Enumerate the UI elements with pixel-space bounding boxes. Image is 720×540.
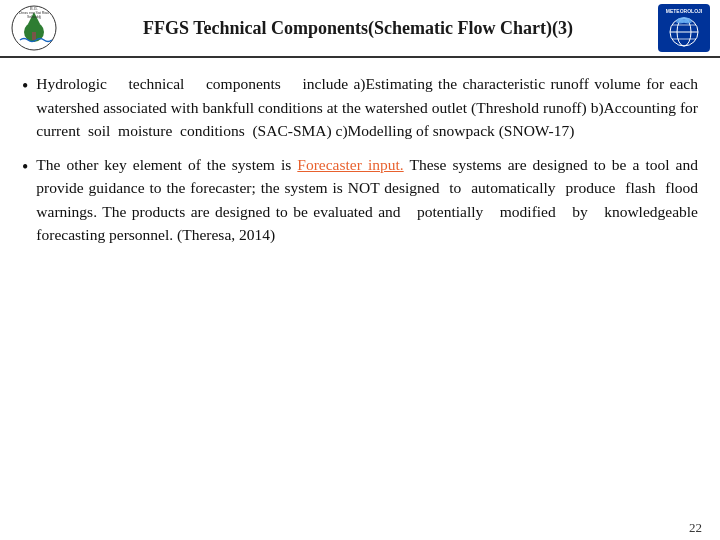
bullet-dot-2: • <box>22 154 28 181</box>
svg-rect-3 <box>32 32 36 40</box>
slide-header: B.G. Dinas env Sat Riau Seksubjlj FFGS T… <box>0 0 720 58</box>
svg-point-15 <box>676 19 684 24</box>
slide-title: FFGS Technical Components(Schematic Flow… <box>58 18 658 39</box>
svg-point-16 <box>684 19 692 24</box>
svg-text:Seksubjlj: Seksubjlj <box>27 15 41 19</box>
meteorologi-logo: METEOROLOJI <box>658 4 710 52</box>
bnpb-logo: B.G. Dinas env Sat Riau Seksubjlj <box>10 4 58 52</box>
page-number: 22 <box>689 520 702 536</box>
svg-text:METEOROLOJI: METEOROLOJI <box>666 8 703 14</box>
bullet-text-1: Hydrologic technical components include … <box>36 72 698 143</box>
slide-page: B.G. Dinas env Sat Riau Seksubjlj FFGS T… <box>0 0 720 540</box>
bullet-dot-1: • <box>22 73 28 100</box>
bullet-item-2: • The other key element of the system is… <box>22 153 698 247</box>
forecaster-highlight: Forecaster input. <box>297 156 403 173</box>
logo-left-group: B.G. Dinas env Sat Riau Seksubjlj <box>10 4 58 52</box>
bullet-text-2: The other key element of the system is F… <box>36 153 698 247</box>
bullet-item-1: • Hydrologic technical components includ… <box>22 72 698 143</box>
slide-footer: 22 <box>0 518 720 540</box>
slide-content: • Hydrologic technical components includ… <box>0 58 720 518</box>
